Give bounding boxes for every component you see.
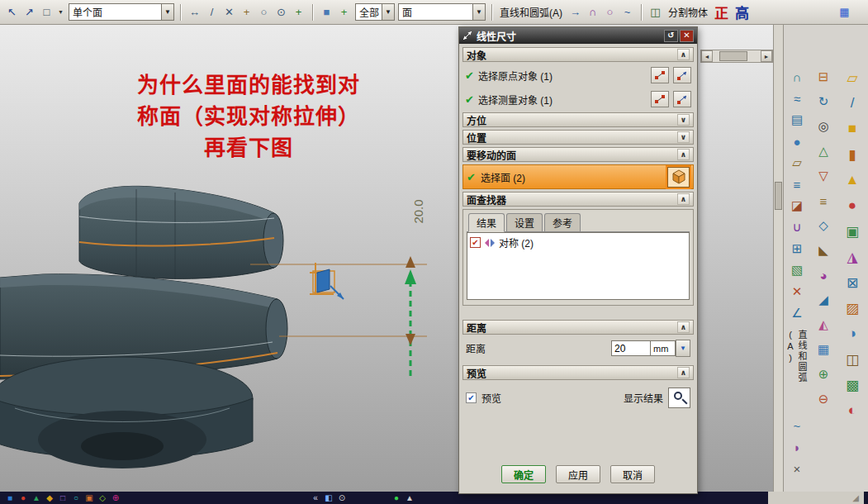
datum-plane-icon[interactable]: ▱ (842, 68, 862, 88)
extrude-icon[interactable]: ⊟ (813, 68, 833, 86)
taper-icon[interactable]: ◢ (813, 291, 833, 309)
expression-icon[interactable]: ◑ (842, 324, 862, 344)
taskbar-icon-3[interactable]: ▲ (31, 492, 42, 503)
vscroll-thumb[interactable] (775, 182, 782, 210)
distance-input[interactable] (611, 340, 651, 356)
status-ok-icon[interactable]: ● (391, 492, 402, 503)
measure-dialog-button[interactable] (673, 91, 691, 107)
center-snap-icon[interactable]: ⊙ (273, 4, 289, 20)
tab-settings[interactable]: 设置 (506, 213, 543, 231)
edge-blend-icon[interactable]: ◕ (813, 266, 833, 284)
point-dialog-button[interactable] (651, 91, 669, 107)
arc-tool-icon[interactable]: ∩ (585, 4, 600, 20)
taskbar-icon-4[interactable]: ◆ (44, 492, 55, 503)
taskbar-icon-2[interactable]: ● (17, 492, 29, 503)
expand-arrow-icon[interactable]: ∨ (677, 114, 690, 126)
ok-button[interactable]: 确定 (501, 465, 546, 483)
layer-settings-icon[interactable]: ▩ (842, 375, 862, 395)
circle-snap-icon[interactable]: ○ (256, 4, 272, 20)
collapse-arrow-icon[interactable]: ∧ (677, 193, 690, 205)
shell-icon[interactable]: ◇ (813, 216, 833, 235)
vertical-scrollbar[interactable] (773, 25, 784, 492)
pan-icon[interactable]: ↔ (187, 4, 202, 20)
circle-tool-icon[interactable]: ○ (602, 4, 618, 20)
dialog-close-button[interactable]: ✕ (680, 30, 694, 42)
delete-face-icon[interactable]: ✕ (787, 283, 807, 301)
section-header-finder[interactable]: 面查找器 ∧ (462, 192, 694, 207)
resize-grip-icon[interactable]: ◢ (850, 492, 861, 503)
type-filter-combo[interactable]: 面 ▼ (398, 3, 486, 21)
spline-tool-icon[interactable]: ~ (619, 4, 635, 20)
select-measure-row[interactable]: ✔ 选择测量对象 (1) (462, 88, 694, 110)
select-origin-row[interactable]: ✔ 选择原点对象 (1) (462, 64, 694, 86)
tab-reference[interactable]: 参考 (544, 213, 581, 231)
split-body-icon[interactable]: ◫ (647, 4, 663, 20)
section-header-distance[interactable]: 距离 ∧ (462, 320, 694, 335)
promote-body-icon[interactable]: ⊠ (842, 273, 862, 292)
cancel-button[interactable]: 取消 (610, 465, 655, 483)
orient-handle-icon[interactable] (306, 256, 355, 306)
horizontal-scrollbar[interactable]: ◄ ► (700, 50, 773, 63)
mirror-body-icon[interactable]: ◮ (842, 247, 862, 267)
section-header-preview[interactable]: 预览 ∧ (462, 365, 694, 380)
measure-icon[interactable]: ◫ (842, 349, 862, 369)
face-rule-combo[interactable]: 单个面 ▼ (69, 3, 174, 21)
hole-icon[interactable]: ◎ (813, 117, 833, 136)
snip-surface-icon[interactable]: × (787, 459, 807, 478)
ime-icon[interactable]: ◧ (323, 492, 334, 503)
point-snap-icon[interactable]: + (239, 4, 254, 20)
combo-dropdown-icon[interactable]: ▼ (472, 4, 485, 20)
taskbar-icon-7[interactable]: ▣ (83, 492, 95, 503)
list-item-symmetric[interactable]: ✔ 对称 (2) (470, 235, 686, 250)
symmetric-checkbox[interactable]: ✔ (470, 237, 481, 248)
cone-primitive-icon[interactable]: ▲ (842, 170, 862, 190)
tab-results[interactable]: 结果 (468, 213, 505, 232)
dialog-titlebar[interactable]: 线性尺寸 ↺ ✕ (459, 27, 697, 44)
split-body-label[interactable]: 分割物体 (666, 5, 709, 19)
rib-icon[interactable]: ≡ (813, 192, 833, 210)
chamfer-icon[interactable]: ◣ (813, 241, 833, 259)
preview-checkbox[interactable]: ✔ (466, 392, 477, 403)
boolean-unite-icon[interactable]: ⊕ (813, 365, 833, 383)
datum-axis-icon[interactable]: / (842, 93, 862, 113)
collapse-arrow-icon[interactable]: ∧ (677, 49, 690, 60)
dimension-drag-handle[interactable] (405, 269, 416, 284)
finder-result-list[interactable]: ✔ 对称 (2) (467, 232, 690, 300)
combo-dropdown-icon[interactable]: ▼ (382, 4, 394, 20)
view-orient-icon[interactable]: ◐ (842, 401, 862, 421)
blend-corner-icon[interactable]: ◗ (787, 438, 807, 456)
marquee-select-icon[interactable]: □ (39, 4, 55, 20)
section-header-position[interactable]: 位置 ∨ (462, 130, 694, 145)
section-header-faces[interactable]: 要移动的面 ∧ (462, 147, 694, 162)
solid-body-icon[interactable]: ■ (319, 4, 334, 20)
add-body-icon[interactable]: + (336, 4, 352, 20)
combo-dropdown-icon[interactable]: ▼ (161, 4, 173, 20)
bounded-plane-icon[interactable]: ▱ (787, 154, 807, 172)
line-snap-icon[interactable]: / (204, 4, 220, 20)
swept-surface-icon[interactable]: ≈ (787, 89, 807, 107)
select-cursor-icon[interactable]: ↖ (4, 4, 20, 20)
erase-icon[interactable]: ✕ (221, 4, 237, 20)
revolve-icon[interactable]: ↻ (813, 93, 833, 111)
trim-sheet-icon[interactable]: ◪ (787, 197, 807, 215)
curve-group-label[interactable]: 直线和圆弧(A) (498, 5, 564, 19)
lasso-select-icon[interactable]: ↗ (21, 4, 37, 20)
face-select-button[interactable] (667, 167, 690, 188)
section-header-object[interactable]: 对象 ∧ (462, 47, 694, 62)
mirror-feature-icon[interactable]: ◭ (813, 316, 833, 334)
sketch-icon[interactable]: ▨ (842, 298, 862, 318)
scope-combo[interactable]: 全部 ▼ (355, 3, 395, 21)
taskbar-icon-6[interactable]: ○ (70, 492, 82, 503)
taskbar-icon-9[interactable]: ⊕ (110, 492, 121, 503)
sphere-primitive-icon[interactable]: ● (842, 196, 862, 216)
select-face-row[interactable]: ✔ 选择面 (2) (462, 164, 694, 189)
taskbar-icon-5[interactable]: □ (57, 492, 69, 503)
sew-icon[interactable]: ∪ (787, 218, 807, 236)
add-snap-icon[interactable]: + (291, 4, 306, 20)
instance-icon[interactable]: ▣ (842, 221, 862, 241)
pocket-icon[interactable]: ▽ (813, 167, 833, 185)
patch-icon[interactable]: ▧ (787, 261, 807, 279)
collapse-arrow-icon[interactable]: ∧ (677, 321, 690, 333)
cylinder-primitive-icon[interactable]: ▮ (842, 145, 862, 164)
ruled-surface-icon[interactable]: ▤ (787, 111, 807, 129)
